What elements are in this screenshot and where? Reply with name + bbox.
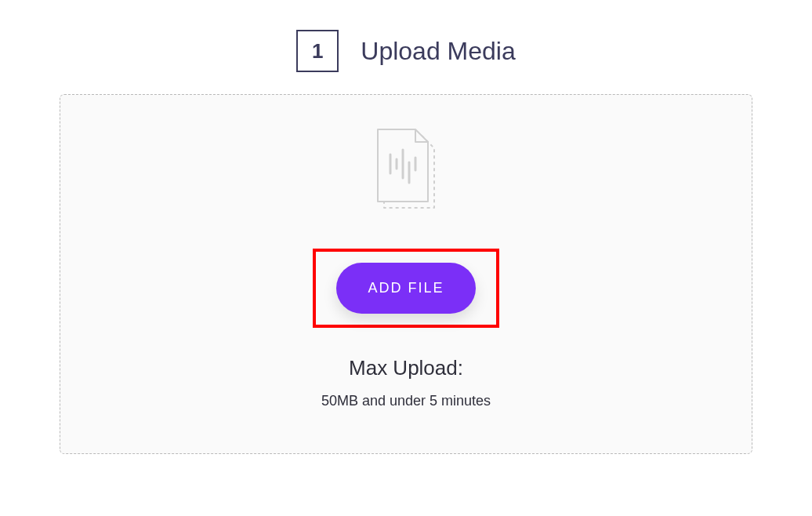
upload-limits-title: Max Upload: — [349, 356, 463, 380]
upload-dropzone[interactable]: ADD FILE Max Upload: 50MB and under 5 mi… — [60, 94, 752, 454]
step-number: 1 — [312, 39, 323, 64]
highlight-annotation: ADD FILE — [313, 249, 498, 328]
add-file-button[interactable]: ADD FILE — [336, 263, 475, 314]
step-number-box: 1 — [296, 30, 339, 72]
step-title: Upload Media — [361, 37, 515, 66]
step-header: 1 Upload Media — [0, 0, 812, 94]
file-icon — [367, 122, 445, 219]
upload-limits-detail: 50MB and under 5 minutes — [321, 393, 491, 409]
